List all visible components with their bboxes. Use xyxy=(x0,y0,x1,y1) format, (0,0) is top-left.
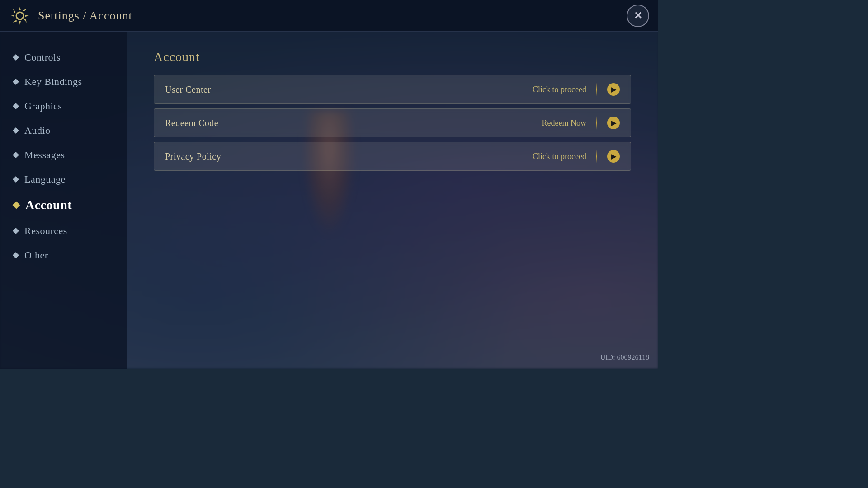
sidebar-item-messages-label: Messages xyxy=(24,149,65,161)
user-center-action: Click to proceed ▶ xyxy=(533,83,620,96)
diamond-icon xyxy=(13,252,19,258)
sidebar-item-audio[interactable]: Audio xyxy=(0,118,127,143)
privacy-policy-label: Privacy Policy xyxy=(165,151,221,162)
header-title: Settings / Account xyxy=(38,9,132,23)
redeem-code-row[interactable]: Redeem Code Redeem Now ▶ xyxy=(154,108,631,137)
user-center-row[interactable]: User Center Click to proceed ▶ xyxy=(154,75,631,104)
arrow-right-icon: ▶ xyxy=(607,117,620,129)
redeem-code-action: Redeem Now ▶ xyxy=(542,116,620,130)
redeem-code-action-label: Redeem Now xyxy=(542,118,586,128)
section-title: Account xyxy=(154,50,631,64)
close-button[interactable]: ✕ xyxy=(627,5,649,27)
sidebar-item-language[interactable]: Language xyxy=(0,167,127,192)
sidebar-item-account[interactable]: Account xyxy=(0,192,127,219)
row-separator xyxy=(596,116,597,130)
header-bar: Settings / Account ✕ xyxy=(0,0,658,32)
sidebar-item-other[interactable]: Other xyxy=(0,243,127,267)
main-content: Account User Center Click to proceed ▶ R… xyxy=(127,32,658,369)
settings-icon xyxy=(9,5,31,27)
diamond-icon xyxy=(13,54,19,61)
sidebar: Controls Key Bindings Graphics Audio Mes… xyxy=(0,32,127,369)
sidebar-item-other-label: Other xyxy=(24,249,48,261)
sidebar-item-controls-label: Controls xyxy=(24,52,61,63)
sidebar-item-resources-label: Resources xyxy=(24,225,67,237)
diamond-icon xyxy=(13,152,19,158)
diamond-icon xyxy=(13,79,19,85)
arrow-right-icon: ▶ xyxy=(607,150,620,163)
diamond-icon-active xyxy=(13,202,20,209)
sidebar-item-account-label: Account xyxy=(25,198,72,212)
user-center-label: User Center xyxy=(165,84,211,95)
diamond-icon xyxy=(13,228,19,234)
privacy-policy-action-label: Click to proceed xyxy=(533,152,586,161)
row-separator xyxy=(596,83,597,96)
sidebar-item-language-label: Language xyxy=(24,174,66,185)
diamond-icon xyxy=(13,176,19,183)
uid-label: UID: 600926118 xyxy=(600,353,649,361)
row-separator xyxy=(596,150,597,163)
diamond-icon xyxy=(13,103,19,109)
user-center-action-label: Click to proceed xyxy=(533,85,586,94)
sidebar-item-messages[interactable]: Messages xyxy=(0,143,127,167)
sidebar-item-key-bindings-label: Key Bindings xyxy=(24,76,82,88)
sidebar-item-audio-label: Audio xyxy=(24,125,51,136)
redeem-code-label: Redeem Code xyxy=(165,118,218,128)
sidebar-item-key-bindings[interactable]: Key Bindings xyxy=(0,70,127,94)
sidebar-item-graphics-label: Graphics xyxy=(24,100,62,112)
arrow-right-icon: ▶ xyxy=(607,83,620,96)
sidebar-item-controls[interactable]: Controls xyxy=(0,45,127,70)
sidebar-item-resources[interactable]: Resources xyxy=(0,219,127,243)
svg-point-0 xyxy=(16,12,24,19)
privacy-policy-row[interactable]: Privacy Policy Click to proceed ▶ xyxy=(154,142,631,171)
diamond-icon xyxy=(13,127,19,134)
sidebar-item-graphics[interactable]: Graphics xyxy=(0,94,127,118)
privacy-policy-action: Click to proceed ▶ xyxy=(533,150,620,163)
